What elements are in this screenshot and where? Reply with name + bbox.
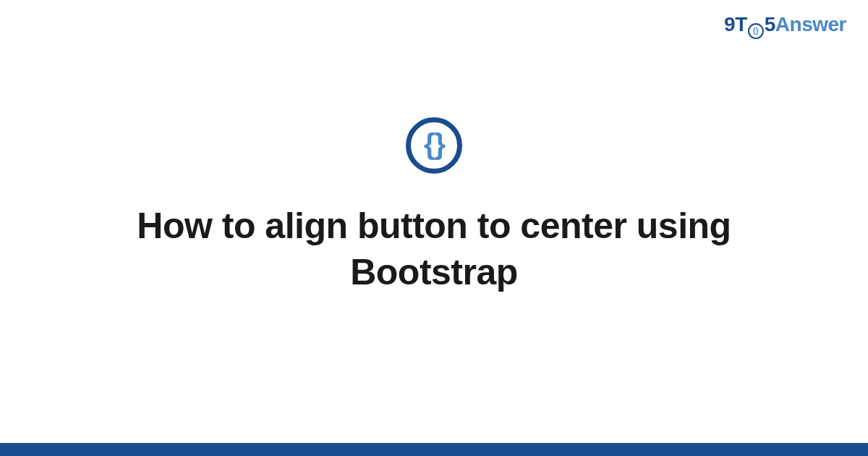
page-title: How to align button to center using Boot… xyxy=(109,203,760,295)
footer-accent-bar xyxy=(0,443,868,456)
topic-icon-wrap: { } xyxy=(406,117,462,174)
main-content: { } How to align button to center using … xyxy=(0,0,868,456)
code-braces-icon: { } xyxy=(406,117,462,174)
